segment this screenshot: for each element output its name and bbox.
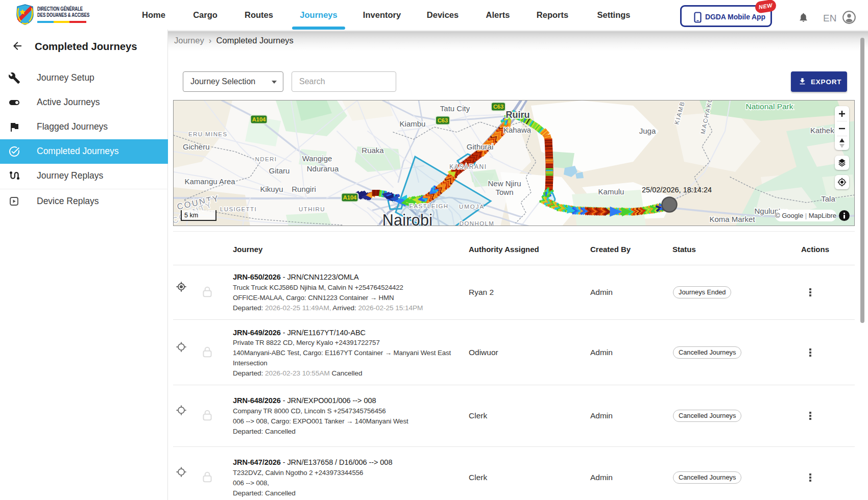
svg-text:DONHOLM: DONHOLM xyxy=(460,220,495,226)
svg-text:A104: A104 xyxy=(252,116,266,122)
svg-text:Koma Market: Koma Market xyxy=(709,215,755,223)
svg-text:New Njiru: New Njiru xyxy=(488,179,521,188)
svg-text:NDERI: NDERI xyxy=(255,156,277,162)
svg-text:Gitaru: Gitaru xyxy=(269,166,290,175)
svg-text:Wangige: Wangige xyxy=(302,154,332,163)
svg-text:Ruiru: Ruiru xyxy=(506,110,530,120)
svg-text:National Park: National Park xyxy=(745,102,793,111)
svg-text:Juga: Juga xyxy=(639,127,656,135)
svg-text:UTHIRU: UTHIRU xyxy=(299,206,325,212)
svg-text:Kamulu: Kamulu xyxy=(598,187,624,196)
svg-text:C63: C63 xyxy=(438,117,448,123)
svg-text:Kathek: Kathek xyxy=(810,126,834,135)
svg-text:Kiambu: Kiambu xyxy=(400,119,426,128)
svg-text:C63: C63 xyxy=(493,104,503,110)
svg-text:Gicheru: Gicheru xyxy=(183,142,210,151)
svg-text:Rungiri: Rungiri xyxy=(292,185,316,193)
svg-text:EASTLEIGH: EASTLEIGH xyxy=(409,203,448,209)
svg-text:Ruaka: Ruaka xyxy=(361,146,384,155)
svg-text:Githurai: Githurai xyxy=(467,142,494,151)
svg-text:A104: A104 xyxy=(343,194,357,201)
svg-text:Town: Town xyxy=(495,188,513,196)
svg-text:Ndurarua: Ndurarua xyxy=(307,164,339,173)
svg-text:Kahawa: Kahawa xyxy=(503,126,532,134)
svg-text:LUSIGETTI: LUSIGETTI xyxy=(220,206,257,212)
svg-text:Nairobi: Nairobi xyxy=(382,211,433,226)
svg-text:UMOJA: UMOJA xyxy=(459,204,485,210)
svg-text:Tala: Tala xyxy=(821,194,835,203)
svg-text:Kikuyu: Kikuyu xyxy=(260,185,283,193)
svg-text:ERU MINES: ERU MINES xyxy=(188,131,228,137)
svg-text:Tatu City: Tatu City xyxy=(440,104,470,113)
svg-text:KASARANI: KASARANI xyxy=(449,163,487,170)
svg-text:Kamangu Area: Kamangu Area xyxy=(184,177,235,186)
